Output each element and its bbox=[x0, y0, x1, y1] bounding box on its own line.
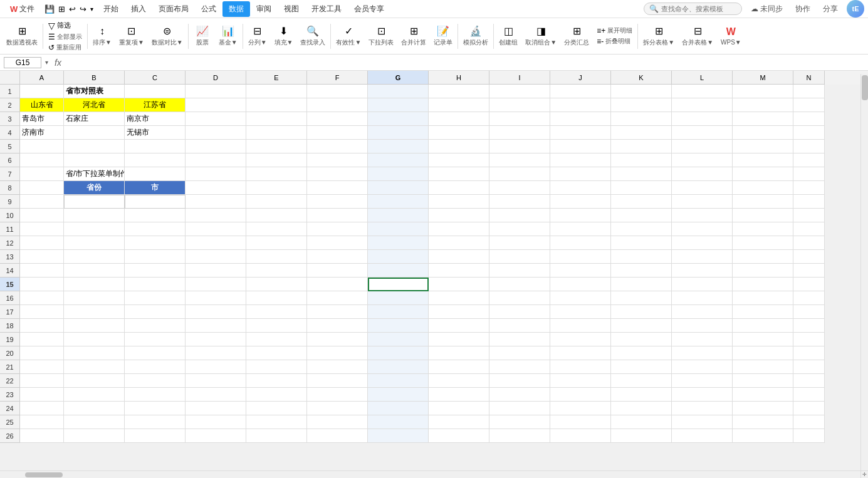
cell-e1[interactable] bbox=[246, 85, 307, 98]
cell-f11[interactable] bbox=[307, 222, 368, 236]
cell-g10[interactable] bbox=[368, 209, 429, 222]
cell-n14[interactable] bbox=[793, 264, 825, 278]
cell-c13[interactable] bbox=[125, 250, 186, 264]
toolbar-collapse[interactable]: ≡- 折叠明细 bbox=[594, 36, 635, 46]
cell-e2[interactable] bbox=[246, 98, 307, 112]
cell-h11[interactable] bbox=[429, 222, 489, 236]
cell-l15[interactable] bbox=[672, 278, 733, 291]
cell-m4[interactable] bbox=[733, 126, 793, 140]
cell-d12[interactable] bbox=[186, 236, 246, 250]
cell-m8[interactable] bbox=[733, 181, 793, 195]
file-menu[interactable]: W 文件 bbox=[4, 1, 41, 17]
col-header-g[interactable]: G bbox=[368, 71, 429, 85]
toolbar-group-btn[interactable]: ◫ 创建组 bbox=[496, 24, 520, 48]
cell-b1[interactable]: 省市对照表 bbox=[64, 85, 125, 98]
cell-j15[interactable] bbox=[550, 278, 611, 291]
cell-d1[interactable] bbox=[186, 85, 246, 98]
menu-vip[interactable]: 会员专享 bbox=[348, 1, 390, 17]
cell-j3[interactable] bbox=[550, 112, 611, 126]
cell-i15[interactable] bbox=[489, 278, 550, 291]
cell-n4[interactable] bbox=[793, 126, 825, 140]
vertical-scrollbar[interactable] bbox=[860, 74, 868, 470]
cell-i14[interactable] bbox=[489, 264, 550, 278]
search-box[interactable]: 🔍 bbox=[644, 3, 742, 15]
cell-n8[interactable] bbox=[793, 181, 825, 195]
cell-k11[interactable] bbox=[611, 222, 672, 236]
avatar[interactable]: tE bbox=[847, 0, 864, 18]
cell-a14[interactable] bbox=[20, 264, 64, 278]
cell-j12[interactable] bbox=[550, 236, 611, 250]
cell-n6[interactable] bbox=[793, 153, 825, 167]
cell-j7[interactable] bbox=[550, 167, 611, 181]
cell-k7[interactable] bbox=[611, 167, 672, 181]
cell-g11[interactable] bbox=[368, 222, 429, 236]
cell-a9[interactable] bbox=[20, 195, 64, 209]
cell-e13[interactable] bbox=[246, 250, 307, 264]
cell-k8[interactable] bbox=[611, 181, 672, 195]
cell-b2[interactable]: 河北省 bbox=[64, 98, 125, 112]
cell-b4[interactable] bbox=[64, 126, 125, 140]
cell-e7[interactable] bbox=[246, 167, 307, 181]
cell-e15[interactable] bbox=[246, 278, 307, 291]
cell-h8[interactable] bbox=[429, 181, 489, 195]
cell-k6[interactable] bbox=[611, 153, 672, 167]
cell-i8[interactable] bbox=[489, 181, 550, 195]
cell-a12[interactable] bbox=[20, 236, 64, 250]
cell-d3[interactable] bbox=[186, 112, 246, 126]
cell-a10[interactable] bbox=[20, 209, 64, 222]
cell-f3[interactable] bbox=[307, 112, 368, 126]
toolbar-sim[interactable]: 🔬 模拟分析 bbox=[461, 24, 491, 48]
cell-c12[interactable] bbox=[125, 236, 186, 250]
cell-k13[interactable] bbox=[611, 250, 672, 264]
cell-j1[interactable] bbox=[550, 85, 611, 98]
cell-f15[interactable] bbox=[307, 278, 368, 291]
cell-m2[interactable] bbox=[733, 98, 793, 112]
cell-a6[interactable] bbox=[20, 153, 64, 167]
cell-i11[interactable] bbox=[489, 222, 550, 236]
cell-e11[interactable] bbox=[246, 222, 307, 236]
cell-d6[interactable] bbox=[186, 153, 246, 167]
cell-d5[interactable] bbox=[186, 140, 246, 153]
cell-b14[interactable] bbox=[64, 264, 125, 278]
cell-k2[interactable] bbox=[611, 98, 672, 112]
cell-e12[interactable] bbox=[246, 236, 307, 250]
cell-i3[interactable] bbox=[489, 112, 550, 126]
cell-l7[interactable] bbox=[672, 167, 733, 181]
horizontal-scrollbar[interactable] bbox=[0, 470, 860, 477]
cell-k9[interactable] bbox=[611, 195, 672, 209]
cell-d15[interactable] bbox=[186, 278, 246, 291]
cell-b7[interactable]: 省/市下拉菜单制作 bbox=[64, 167, 125, 181]
cell-h9[interactable] bbox=[429, 195, 489, 209]
cell-j13[interactable] bbox=[550, 250, 611, 264]
toolbar-sort[interactable]: ↕ 排序▼ bbox=[90, 24, 114, 48]
cell-b13[interactable] bbox=[64, 250, 125, 264]
cell-d10[interactable] bbox=[186, 209, 246, 222]
cell-h4[interactable] bbox=[429, 126, 489, 140]
cell-k10[interactable] bbox=[611, 209, 672, 222]
col-header-b[interactable]: B bbox=[64, 71, 125, 85]
cell-h3[interactable] bbox=[429, 112, 489, 126]
cell-i5[interactable] bbox=[489, 140, 550, 153]
cell-i10[interactable] bbox=[489, 209, 550, 222]
cell-b9[interactable] bbox=[64, 195, 125, 209]
cell-c2[interactable]: 江苏省 bbox=[125, 98, 186, 112]
col-header-k[interactable]: K bbox=[611, 71, 672, 85]
cell-m12[interactable] bbox=[733, 236, 793, 250]
cell-e3[interactable] bbox=[246, 112, 307, 126]
col-header-j[interactable]: J bbox=[550, 71, 611, 85]
cell-d9[interactable] bbox=[186, 195, 246, 209]
undo-icon[interactable]: ↩ bbox=[68, 3, 77, 15]
toolbar-record[interactable]: 📝 记录单 bbox=[431, 24, 455, 48]
cell-l1[interactable] bbox=[672, 85, 733, 98]
cell-f14[interactable] bbox=[307, 264, 368, 278]
cell-m7[interactable] bbox=[733, 167, 793, 181]
toolbar-expand[interactable]: ≡+ 展开明细 bbox=[594, 26, 635, 36]
toolbar-compare[interactable]: ⊜ 数据对比▼ bbox=[149, 24, 186, 48]
cell-b6[interactable] bbox=[64, 153, 125, 167]
cell-e10[interactable] bbox=[246, 209, 307, 222]
cell-n1[interactable] bbox=[793, 85, 825, 98]
cell-n11[interactable] bbox=[793, 222, 825, 236]
cell-f13[interactable] bbox=[307, 250, 368, 264]
cell-c8[interactable]: 市 bbox=[125, 181, 186, 195]
cell-a7[interactable] bbox=[20, 167, 64, 181]
